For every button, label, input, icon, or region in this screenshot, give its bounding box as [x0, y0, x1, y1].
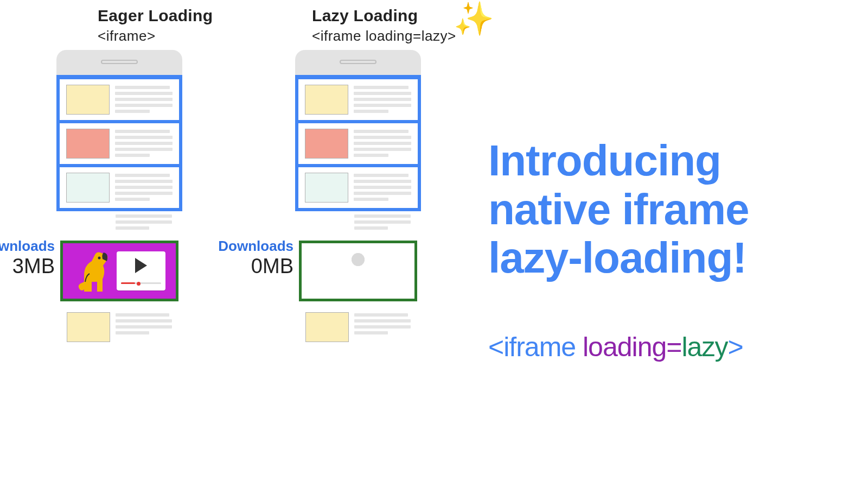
column-lazy: Lazy Loading <iframe loading=lazy> ✨: [239, 0, 477, 499]
phone-earpiece-icon: [340, 60, 376, 64]
code-tag-close: >: [727, 332, 743, 362]
code-val: lazy: [681, 332, 727, 362]
thumbnail-icon: [66, 85, 110, 115]
iframe-slot-lazy: Downloads 0MB: [299, 233, 417, 301]
phone-lazy-viewport: [295, 75, 421, 211]
headline-line-3: lazy-loading!: [488, 233, 868, 282]
content-card-overflow: [299, 210, 417, 233]
content-card: [298, 79, 418, 120]
video-player-icon: [117, 251, 165, 290]
headline-line-1: Introducing: [488, 136, 868, 185]
deferred-iframe-icon: [299, 241, 417, 301]
code-attr: loading=: [583, 332, 681, 362]
headline-line-2: native iframe: [488, 185, 868, 234]
content-card: [60, 309, 178, 345]
download-value: 0MB: [207, 255, 293, 278]
sparkles-icon: ✨: [454, 3, 494, 35]
diagram-root: Eager Loading <iframe>: [0, 0, 868, 499]
download-badge-eager: Downloads 3MB: [0, 238, 55, 277]
download-value: 3MB: [0, 255, 55, 278]
text-lines-icon: [116, 213, 172, 230]
content-card-overflow: [60, 210, 178, 233]
text-lines-icon: [354, 312, 411, 342]
text-lines-icon: [354, 213, 411, 230]
headline: Introducing native iframe lazy-loading!: [488, 136, 868, 282]
column-lazy-subtitle: <iframe loading=lazy>: [312, 27, 456, 45]
content-card: [60, 167, 179, 208]
phone-eager: [56, 50, 182, 211]
loaded-iframe-icon: [60, 241, 178, 301]
code-snippet: <iframe loading=lazy>: [488, 331, 868, 363]
text-lines-icon: [115, 129, 173, 159]
comparison-area: Eager Loading <iframe>: [0, 0, 477, 499]
content-card: [298, 123, 418, 164]
text-lines-icon: [116, 312, 172, 342]
text-lines-icon: [115, 85, 173, 115]
content-card: [60, 123, 179, 164]
thumbnail-icon: [305, 312, 349, 342]
phone-lazy: [295, 50, 421, 211]
content-card: [298, 167, 418, 208]
loading-spinner-icon: [339, 252, 377, 290]
column-lazy-title: Lazy Loading: [312, 5, 456, 26]
iframe-slot-eager: Downloads 3MB: [60, 233, 178, 301]
download-label: Downloads: [0, 238, 55, 254]
svg-point-0: [98, 257, 101, 260]
phone-earpiece-icon: [101, 60, 138, 64]
thumbnail-icon: [67, 312, 110, 342]
headline-area: Introducing native iframe lazy-loading! …: [477, 0, 868, 499]
thumbnail-icon: [66, 129, 110, 159]
code-tag-open: <iframe: [488, 332, 583, 362]
phone-lazy-frame-top: [295, 50, 421, 75]
column-eager: Eager Loading <iframe>: [0, 0, 239, 499]
download-label: Downloads: [207, 238, 293, 254]
thumbnail-icon: [305, 85, 348, 115]
below-fold-eager: Downloads 3MB: [56, 211, 182, 345]
dog-icon: [73, 249, 111, 293]
below-fold-lazy: Downloads 0MB: [295, 211, 421, 345]
thumbnail-icon: [305, 173, 348, 203]
content-card: [60, 79, 179, 120]
column-eager-title-block: Eager Loading <iframe>: [98, 5, 213, 45]
text-lines-icon: [354, 129, 411, 159]
column-lazy-title-block: Lazy Loading <iframe loading=lazy> ✨: [312, 5, 456, 45]
text-lines-icon: [115, 173, 173, 203]
content-card: [299, 309, 417, 345]
text-lines-icon: [354, 173, 411, 203]
text-lines-icon: [354, 85, 411, 115]
column-eager-subtitle: <iframe>: [98, 27, 213, 45]
column-eager-title: Eager Loading: [98, 5, 213, 26]
thumbnail-icon: [66, 173, 110, 203]
thumbnail-icon: [305, 129, 348, 159]
phone-eager-viewport: [56, 75, 182, 211]
download-badge-lazy: Downloads 0MB: [207, 238, 293, 277]
phone-eager-frame-top: [56, 50, 182, 75]
